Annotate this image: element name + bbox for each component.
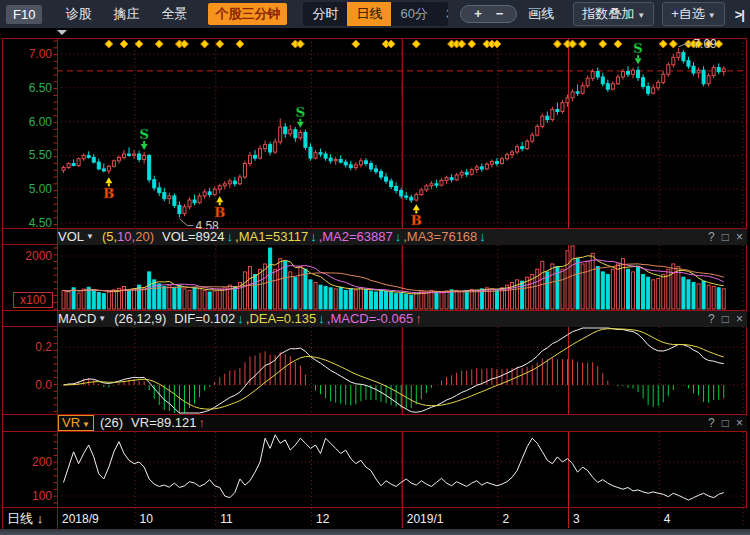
volume-bar — [97, 293, 100, 309]
volume-bar — [662, 275, 665, 309]
volume-bar — [168, 285, 171, 309]
candlestick — [299, 132, 302, 137]
candlestick — [626, 72, 629, 75]
help-icon[interactable]: ? — [708, 415, 715, 431]
candlestick — [395, 186, 398, 190]
candlestick — [571, 92, 574, 98]
down-arrow-icon: ↓ — [308, 229, 319, 245]
candlestick — [697, 70, 700, 73]
volume-bar — [324, 286, 327, 309]
close-icon[interactable]: × — [736, 415, 743, 431]
event-diamond-icon — [216, 40, 224, 48]
event-diamond-icon — [659, 40, 667, 48]
volume-bar — [243, 272, 246, 309]
down-arrow-icon: ↓ — [477, 229, 488, 245]
candlestick — [198, 196, 201, 203]
volume-bar — [415, 293, 418, 309]
event-diamond-icon — [493, 40, 501, 48]
volume-bar — [571, 246, 574, 309]
month-label: 11 — [220, 512, 233, 526]
candlestick — [274, 142, 277, 152]
x-axis-period-label[interactable]: 日线 ↓ — [7, 510, 43, 528]
maximize-icon[interactable]: □ — [722, 311, 729, 327]
candlestick — [495, 161, 498, 163]
candlestick — [410, 197, 413, 200]
volume-bar — [77, 293, 80, 309]
candlestick — [450, 178, 453, 180]
volume-bar — [102, 294, 105, 309]
dea-value: ,DEA=0.135 — [246, 311, 316, 327]
candlestick — [238, 177, 241, 184]
vol-param-20: 20) — [135, 229, 154, 245]
help-icon[interactable]: ? — [708, 311, 715, 327]
macd-value: ,MACD=-0.065 — [327, 311, 413, 327]
vr-line — [64, 435, 724, 500]
candlestick — [516, 147, 519, 152]
volume-bar — [460, 292, 463, 309]
candlestick — [702, 70, 705, 84]
volume-bar — [495, 290, 498, 309]
vol-title[interactable]: VOL — [58, 229, 84, 245]
chart-canvas[interactable]: BBBSSS4.587.097.006.506.005.505.004.5020… — [0, 0, 750, 535]
volume-bar — [213, 291, 216, 309]
candlestick — [138, 154, 141, 159]
volume-bar — [561, 269, 564, 309]
volume-bar — [712, 286, 715, 309]
close-icon[interactable]: × — [736, 311, 743, 327]
candlestick — [490, 161, 493, 164]
candlestick — [354, 165, 357, 168]
y-axis-label: 4.50 — [29, 216, 53, 230]
candlestick — [243, 164, 246, 178]
candlestick — [203, 192, 206, 196]
sell-arrow-icon — [299, 119, 301, 122]
candlestick — [405, 196, 408, 197]
panel-expand-icon — [57, 30, 67, 35]
volume-bar — [354, 290, 357, 309]
candlestick — [546, 116, 549, 119]
candlestick — [455, 175, 458, 180]
candlestick — [259, 149, 262, 158]
candlestick — [506, 155, 509, 159]
candlestick — [632, 70, 635, 74]
candlestick — [470, 170, 473, 175]
event-diamond-icon — [599, 40, 607, 48]
volume-bar — [359, 288, 362, 309]
down-arrow-icon: ↓ — [235, 311, 246, 327]
candlestick — [168, 196, 171, 199]
volume-bar — [677, 267, 680, 309]
vol-param-10: 10, — [117, 229, 135, 245]
volume-bar — [551, 264, 554, 309]
close-icon[interactable]: × — [736, 229, 743, 245]
candlestick — [193, 200, 196, 203]
macd-panel-header: MACD▼ (26,12,9) DIF=0.102↓ ,DEA=0.135↓ ,… — [58, 311, 747, 327]
candlestick — [606, 84, 609, 89]
volume-bar — [254, 275, 257, 309]
vr-title[interactable]: VR▼ — [58, 415, 94, 431]
candlestick — [279, 127, 282, 142]
maximize-icon[interactable]: □ — [722, 415, 729, 431]
y-axis-label: 5.50 — [29, 148, 53, 162]
volume-bar — [490, 289, 493, 309]
volume-bar — [566, 251, 569, 309]
event-diamond-icon — [296, 40, 304, 48]
volume-bar — [465, 290, 468, 309]
volume-bar — [722, 289, 725, 309]
macd-title[interactable]: MACD — [58, 311, 96, 327]
volume-bar — [274, 269, 277, 309]
candlestick — [556, 109, 559, 111]
vol-ma3-value: ,MA3=76168 — [403, 229, 477, 245]
candlestick — [178, 205, 181, 213]
volume-bar — [72, 288, 75, 309]
maximize-icon[interactable]: □ — [722, 229, 729, 245]
candlestick — [621, 72, 624, 77]
volume-bar — [67, 292, 70, 309]
candlestick — [334, 159, 337, 160]
candlestick — [440, 180, 443, 185]
candlestick — [112, 161, 115, 166]
candlestick — [415, 195, 418, 200]
help-icon[interactable]: ? — [708, 229, 715, 245]
candlestick — [102, 169, 105, 171]
volume-bar — [425, 292, 428, 309]
y-axis-label: 200 — [32, 455, 52, 469]
candlestick — [591, 72, 594, 79]
